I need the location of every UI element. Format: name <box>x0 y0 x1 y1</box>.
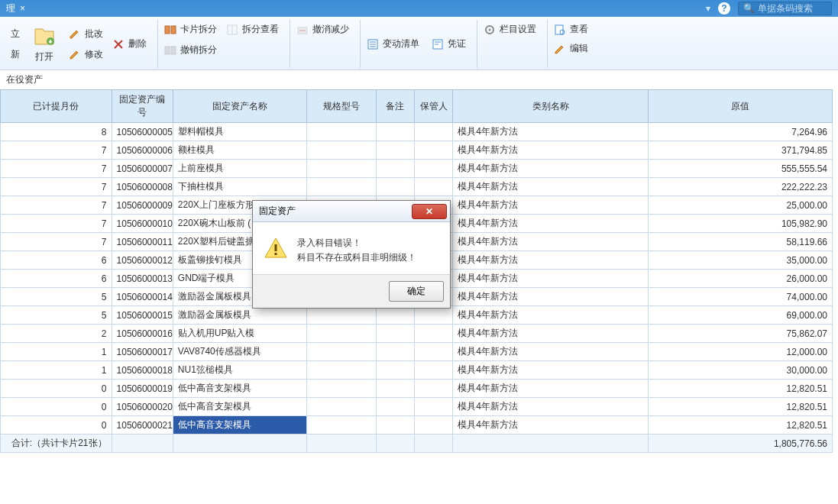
view-button[interactable]: 查看 <box>551 21 591 37</box>
cell-spec[interactable] <box>307 325 376 343</box>
cell-value[interactable]: 75,862.07 <box>649 325 833 343</box>
cell-cat[interactable]: 模具4年新方法 <box>453 251 649 270</box>
cell-value[interactable]: 371,794.85 <box>649 141 833 160</box>
table-row[interactable]: 010506000021低中高音支架模具模具4年新方法12,820.51 <box>1 416 833 435</box>
dialog-close-button[interactable]: ✕ <box>412 204 447 219</box>
cell-month[interactable]: 7 <box>1 178 112 196</box>
cell-keeper[interactable] <box>414 416 452 435</box>
cell-cat[interactable]: 模具4年新方法 <box>453 343 649 361</box>
cell-value[interactable]: 30,000.00 <box>649 361 833 380</box>
cell-spec[interactable] <box>307 178 376 196</box>
modify-button[interactable]: 修改 <box>66 47 106 63</box>
cell-spec[interactable] <box>307 141 376 160</box>
cell-code[interactable]: 10506000015 <box>112 306 173 325</box>
change-list-button[interactable]: 变动清单 <box>364 21 422 66</box>
cell-note[interactable] <box>376 380 414 398</box>
col-header-code[interactable]: 固定资产编号 <box>112 90 173 123</box>
table-row[interactable]: 710506000006额柱模具模具4年新方法371,794.85 <box>1 141 833 160</box>
cell-value[interactable]: 69,000.00 <box>649 306 833 325</box>
help-icon[interactable]: ? <box>718 2 730 15</box>
table-row[interactable]: 010506000019低中高音支架模具模具4年新方法12,820.51 <box>1 380 833 398</box>
cell-code[interactable]: 10506000017 <box>112 343 173 361</box>
cell-code[interactable]: 10506000006 <box>112 141 173 160</box>
table-row[interactable]: 710506000008下抽柱模具模具4年新方法222,222.23 <box>1 178 833 196</box>
cell-name[interactable]: 下抽柱模具 <box>173 178 307 196</box>
cell-value[interactable]: 74,000.00 <box>649 288 833 306</box>
cell-month[interactable]: 8 <box>1 123 112 141</box>
cell-spec[interactable] <box>307 380 376 398</box>
delete-button[interactable]: 删除 <box>109 36 150 52</box>
col-header-cat[interactable]: 类别名称 <box>453 90 649 123</box>
cell-name[interactable]: 塑料帽模具 <box>173 123 307 141</box>
cell-code[interactable]: 10506000008 <box>112 178 173 196</box>
batch-button[interactable]: 批改 <box>66 26 106 42</box>
cell-note[interactable] <box>376 160 414 178</box>
cell-value[interactable]: 12,820.51 <box>649 398 833 416</box>
col-header-name[interactable]: 固定资产名称 <box>173 90 307 123</box>
cell-keeper[interactable] <box>414 325 452 343</box>
cell-note[interactable] <box>376 416 414 435</box>
cell-spec[interactable] <box>307 343 376 361</box>
tool-new-top[interactable]: 立 <box>8 26 23 42</box>
cell-value[interactable]: 222,222.23 <box>649 178 833 196</box>
cell-keeper[interactable] <box>414 178 452 196</box>
cell-keeper[interactable] <box>414 380 452 398</box>
cell-month[interactable]: 6 <box>1 270 112 288</box>
cell-cat[interactable]: 模具4年新方法 <box>453 270 649 288</box>
cell-spec[interactable] <box>307 398 376 416</box>
cell-code[interactable]: 10506000010 <box>112 215 173 233</box>
cell-value[interactable]: 12,820.51 <box>649 416 833 435</box>
card-split-button[interactable]: 卡片拆分 <box>161 21 220 37</box>
col-header-keeper[interactable]: 保管人 <box>414 90 452 123</box>
cell-code[interactable]: 10506000011 <box>112 233 173 251</box>
cell-value[interactable]: 12,820.51 <box>649 380 833 398</box>
cell-code[interactable]: 10506000021 <box>112 416 173 435</box>
dropdown-icon[interactable]: ▾ <box>706 3 710 14</box>
cell-month[interactable]: 2 <box>1 325 112 343</box>
cell-cat[interactable]: 模具4年新方法 <box>453 380 649 398</box>
table-row[interactable]: 110506000018NU1弦槌模具模具4年新方法30,000.00 <box>1 361 833 380</box>
table-row[interactable]: 210506000016贴入机用UP贴入模模具4年新方法75,862.07 <box>1 325 833 343</box>
cell-value[interactable]: 58,119.66 <box>649 233 833 251</box>
cell-month[interactable]: 5 <box>1 288 112 306</box>
cell-month[interactable]: 7 <box>1 141 112 160</box>
open-button[interactable]: 打开 <box>26 21 63 66</box>
cell-cat[interactable]: 模具4年新方法 <box>453 233 649 251</box>
voucher-button[interactable]: 凭证 <box>429 21 469 66</box>
cell-cat[interactable]: 模具4年新方法 <box>453 215 649 233</box>
dialog-ok-button[interactable]: 确定 <box>389 281 444 302</box>
col-header-month[interactable]: 已计提月份 <box>1 90 112 123</box>
cell-name[interactable]: 贴入机用UP贴入模 <box>173 325 307 343</box>
cell-month[interactable]: 0 <box>1 380 112 398</box>
cell-value[interactable]: 12,000.00 <box>649 343 833 361</box>
dialog-titlebar[interactable]: 固定资产 ✕ <box>253 201 450 222</box>
cell-note[interactable] <box>376 141 414 160</box>
cell-keeper[interactable] <box>414 343 452 361</box>
split-view-button[interactable]: 拆分查看 <box>223 21 282 37</box>
cell-value[interactable]: 7,264.96 <box>649 123 833 141</box>
cell-note[interactable] <box>376 178 414 196</box>
table-row[interactable]: 810506000005塑料帽模具模具4年新方法7,264.96 <box>1 123 833 141</box>
cell-code[interactable]: 10506000016 <box>112 325 173 343</box>
table-row[interactable]: 710506000007上前座模具模具4年新方法555,555.54 <box>1 160 833 178</box>
cell-cat[interactable]: 模具4年新方法 <box>453 416 649 435</box>
cell-cat[interactable]: 模具4年新方法 <box>453 325 649 343</box>
cell-value[interactable]: 105,982.90 <box>649 215 833 233</box>
col-header-spec[interactable]: 规格型号 <box>307 90 376 123</box>
cell-name[interactable]: 低中高音支架模具 <box>173 416 307 435</box>
undo-split-button[interactable]: 撤销拆分 <box>161 42 220 58</box>
cell-name[interactable]: 低中高音支架模具 <box>173 380 307 398</box>
search-input[interactable] <box>758 3 827 14</box>
cell-month[interactable]: 5 <box>1 306 112 325</box>
tool-new-bottom[interactable]: 新 <box>8 47 23 63</box>
cell-code[interactable]: 10506000009 <box>112 196 173 215</box>
cell-note[interactable] <box>376 361 414 380</box>
cell-cat[interactable]: 模具4年新方法 <box>453 160 649 178</box>
cell-keeper[interactable] <box>414 141 452 160</box>
cell-month[interactable]: 0 <box>1 398 112 416</box>
cell-keeper[interactable] <box>414 160 452 178</box>
cell-cat[interactable]: 模具4年新方法 <box>453 398 649 416</box>
cell-value[interactable]: 555,555.54 <box>649 160 833 178</box>
cell-month[interactable]: 7 <box>1 196 112 215</box>
cell-keeper[interactable] <box>414 398 452 416</box>
